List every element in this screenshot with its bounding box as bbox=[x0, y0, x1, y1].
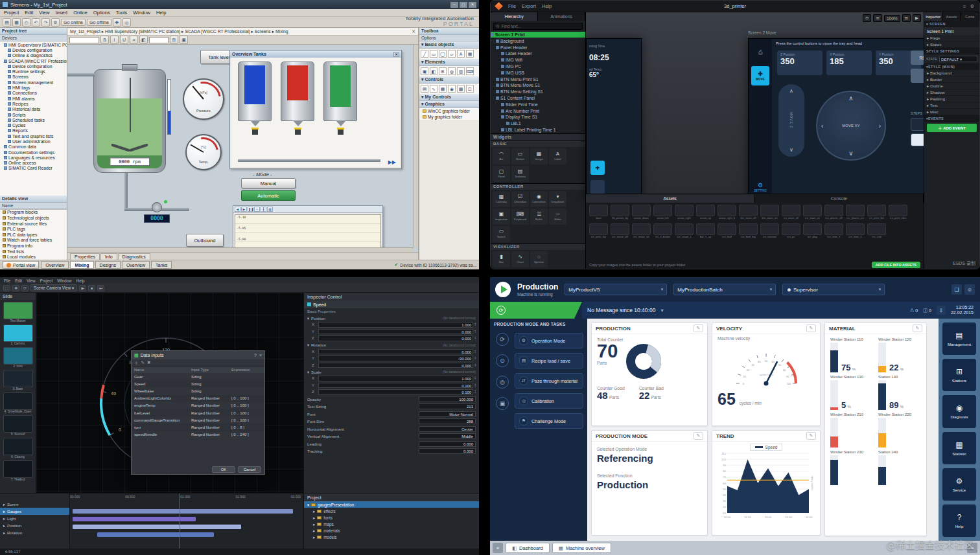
details-item[interactable]: Watch and force tables bbox=[0, 238, 67, 244]
inspector-field[interactable]: Y-90.000▴▾ bbox=[304, 355, 479, 362]
manual-button[interactable]: Manual bbox=[241, 178, 296, 188]
asset-item[interactable]: icn_play bbox=[802, 223, 823, 238]
data-input-row[interactable]: SpeedString bbox=[132, 380, 264, 387]
asset-item[interactable]: icn_move_off bbox=[609, 223, 631, 238]
toolbox-section-header[interactable]: ▾ My Controls bbox=[419, 94, 479, 101]
inspector-field[interactable]: Y0.100▴▾ bbox=[304, 382, 479, 389]
move-tool-icon[interactable]: ✚ bbox=[12, 285, 19, 291]
edit-icon[interactable]: ✎ bbox=[694, 324, 703, 332]
left-panel-tab[interactable]: Animations bbox=[538, 12, 585, 21]
hierarchy-item[interactable]: Slider Print Time bbox=[491, 101, 585, 108]
tree-item[interactable]: HMI Supervisory [SIMATIC PC station] bbox=[0, 42, 67, 47]
tree-item[interactable]: Languages & resources bbox=[0, 155, 67, 160]
warning-counter[interactable]: ⚠0 bbox=[910, 308, 918, 313]
hierarchy-item[interactable]: Panel Header bbox=[491, 44, 585, 51]
project-folder[interactable]: ▸ fonts bbox=[304, 514, 479, 521]
style-settings-header[interactable]: STYLE SETTINGS bbox=[924, 48, 979, 54]
step-icon[interactable]: ⏭ bbox=[97, 285, 104, 291]
toolbox-tool-icon[interactable]: A bbox=[457, 50, 465, 58]
inspector-prop[interactable]: FontMotor-Normal bbox=[304, 411, 479, 418]
screen-section-header[interactable]: ▾ SCREEN bbox=[924, 21, 979, 27]
toolbox-tool-icon[interactable]: ◉ bbox=[448, 85, 456, 93]
menu-item[interactable]: Window bbox=[133, 10, 150, 16]
ok-button[interactable]: OK bbox=[212, 466, 235, 473]
toolbox-tool-icon[interactable]: ▣ bbox=[421, 67, 428, 75]
slide-item[interactable]: 7: TheEnd bbox=[3, 460, 33, 481]
hierarchy-item[interactable]: Label Header bbox=[491, 51, 585, 57]
grid-icon[interactable]: ⊞ bbox=[902, 14, 911, 22]
data-input-row[interactable]: WheelbaseString bbox=[132, 387, 264, 394]
move-z-control[interactable]: ∧MOVE Z∨ bbox=[778, 84, 804, 157]
trend-save-icon[interactable]: ▦ bbox=[267, 207, 273, 212]
toolbox-tool-icon[interactable]: ▤ bbox=[421, 85, 428, 93]
asset-item[interactable]: icn_main_off bbox=[780, 205, 802, 220]
hierarchy-item[interactable]: Screen 1 Print bbox=[491, 32, 585, 38]
toolbox-tool-icon[interactable]: ⌨ bbox=[466, 67, 474, 75]
tree-item[interactable]: Reports bbox=[0, 128, 67, 133]
state-select[interactable]: DEFAULT ▾ bbox=[939, 56, 977, 62]
hierarchy-item[interactable]: BTN Menu Setting S1 bbox=[491, 89, 585, 95]
valve-icon[interactable] bbox=[295, 130, 301, 135]
bold-icon[interactable]: B bbox=[100, 36, 109, 44]
maximize-icon[interactable]: ▢ bbox=[460, 2, 467, 8]
menu-item[interactable]: Window bbox=[57, 278, 71, 283]
project-folder[interactable]: ▸ maps bbox=[304, 521, 479, 527]
asset-item[interactable]: 3d_printer_bg bbox=[609, 205, 631, 220]
menu-item[interactable]: Project bbox=[40, 278, 53, 283]
graphics-folder[interactable]: My graphics folder bbox=[419, 114, 479, 120]
widget-imgbutton[interactable]: ▣Imgbutton bbox=[493, 209, 510, 225]
grid-icon[interactable]: ⊞ bbox=[170, 36, 178, 44]
inspector-tab[interactable]: Inspector bbox=[924, 12, 942, 21]
add-file-button[interactable]: ADD FILE INTO ASSETS bbox=[872, 262, 920, 268]
widget-keyboard[interactable]: ⌨Keyboard bbox=[511, 209, 529, 225]
tree-item[interactable]: Scripts bbox=[0, 112, 67, 117]
tree-item[interactable]: HMI alarms bbox=[0, 96, 67, 101]
canvas-vscrollbar[interactable] bbox=[414, 45, 418, 247]
go-offline-button[interactable]: Go offline bbox=[87, 19, 111, 26]
view-tab[interactable]: ▦Machine overview bbox=[552, 543, 611, 553]
inspector-field[interactable]: X1.000▴▾ bbox=[304, 375, 479, 382]
toolbox-tool-icon[interactable]: ◍ bbox=[448, 67, 456, 75]
tree-item[interactable]: Device configuration bbox=[0, 47, 67, 52]
widget-roller[interactable]: ☰Roller bbox=[530, 209, 548, 225]
automatic-button[interactable]: Automatic bbox=[241, 190, 296, 201]
menu-item[interactable]: Tools bbox=[116, 10, 128, 16]
asset-item[interactable]: icn_monitor bbox=[759, 223, 780, 238]
screen1-partial[interactable]: inting Time 08:25 ed Temp. 65° ✚ bbox=[586, 38, 642, 201]
valve-icon[interactable] bbox=[252, 130, 258, 135]
product-dropdown[interactable]: MyProductV5▾ bbox=[565, 284, 667, 295]
data-input-row[interactable]: speedNeedleRanged Number[ 0 .. 240 ] bbox=[132, 431, 264, 438]
design-canvas[interactable]: ⊖ ⊕ 100% ⊞ ▶ inting Time 08:25 ed Temp. … bbox=[586, 12, 924, 194]
slide-item[interactable]: 3: Base bbox=[3, 370, 33, 391]
stop-icon[interactable]: ■ bbox=[88, 285, 95, 291]
add-event-button[interactable]: ＋ ADD EVENT bbox=[927, 124, 977, 132]
portal-view-button[interactable]: Portal view bbox=[3, 261, 39, 269]
details-item[interactable]: Program info bbox=[0, 243, 67, 249]
style-item[interactable]: ▸ Border bbox=[924, 76, 979, 83]
add-row-icon[interactable]: ＋ bbox=[134, 359, 139, 366]
toolbox-section-header[interactable]: ▾ Elements bbox=[419, 59, 479, 66]
chevron-down-icon[interactable]: ▾ bbox=[660, 307, 663, 313]
move-nav-icon[interactable]: ✚ bbox=[590, 161, 605, 175]
menu-item[interactable]: Edit bbox=[25, 10, 33, 16]
details-item[interactable]: Program blocks bbox=[0, 210, 67, 216]
inspector-prop[interactable]: Tracking0.000 bbox=[304, 447, 479, 455]
print-icon[interactable]: ⎙ bbox=[22, 18, 30, 27]
toolbox-tool-icon[interactable]: ◧ bbox=[430, 67, 438, 75]
asset-item[interactable]: icn_bed_big bbox=[738, 223, 759, 238]
mode-icon[interactable]: ▣ bbox=[496, 397, 509, 410]
inspector-group[interactable]: ▾ Rotation(No databound control) bbox=[304, 342, 479, 348]
inspector-prop[interactable]: Leading0.000 bbox=[304, 440, 479, 448]
slide-item[interactable]: Test Master bbox=[3, 302, 33, 323]
menu-item[interactable]: Export bbox=[522, 3, 536, 9]
asset-item[interactable]: btn_main_off bbox=[738, 205, 759, 220]
hierarchy-item[interactable]: Background bbox=[491, 38, 585, 44]
nav-tile[interactable]: ◉Diagnosis bbox=[942, 395, 976, 427]
style-item[interactable]: ▸ Text bbox=[924, 102, 979, 109]
up-chevron-icon[interactable]: ∧ bbox=[789, 88, 793, 94]
inspector-field[interactable]: Z0.000▴▾ bbox=[304, 335, 479, 342]
edit-icon[interactable]: ✎ bbox=[913, 324, 922, 332]
delete-row-icon[interactable]: ✖ bbox=[147, 360, 150, 365]
move-xy-pad[interactable]: ∧ ∨ ‹ › MOVE XY bbox=[816, 91, 886, 161]
col-expr[interactable]: Expression bbox=[231, 368, 264, 372]
